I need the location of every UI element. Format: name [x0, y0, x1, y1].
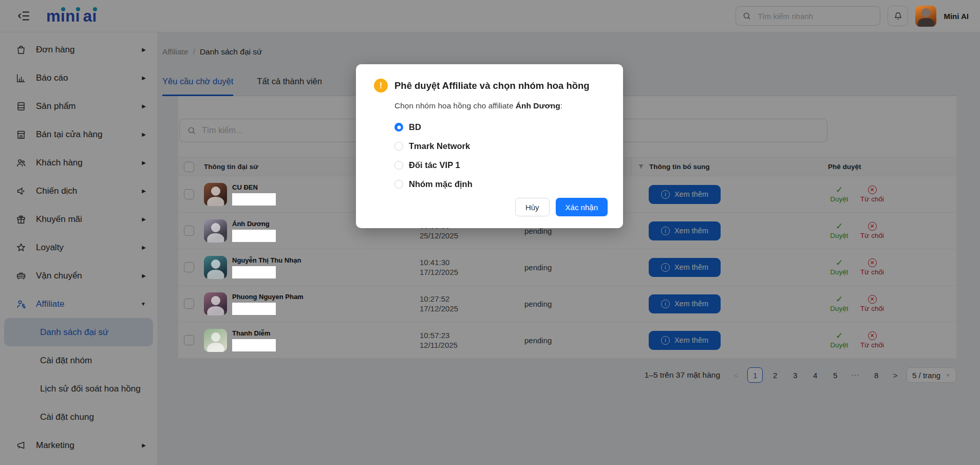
commission-group-options: BD Tmark Network Đối tác VIP 1 Nhóm mặc … — [394, 118, 608, 194]
affiliate-name: Ánh Dương — [516, 101, 560, 110]
redaction-box — [232, 266, 276, 278]
modal-subtitle: Chọn nhóm hoa hồng cho affiliate Ánh Dươ… — [394, 101, 608, 110]
radio-icon — [394, 180, 403, 189]
redaction-box — [232, 193, 276, 206]
avatar — [204, 256, 227, 279]
radio-option-bd[interactable]: BD — [394, 118, 608, 137]
radio-option-nhom-mac-dinh[interactable]: Nhóm mặc định — [394, 175, 608, 194]
radio-selected-icon — [394, 123, 403, 132]
radio-option-tmark-network[interactable]: Tmark Network — [394, 137, 608, 156]
redaction-box — [232, 339, 276, 351]
radio-icon — [394, 161, 403, 170]
avatar — [204, 292, 227, 315]
confirm-button[interactable]: Xác nhận — [556, 198, 608, 216]
avatar — [204, 219, 227, 243]
modal-title: Phê duyệt Affiliate và chọn nhóm hoa hồn… — [394, 80, 590, 91]
user-avatar[interactable] — [915, 6, 936, 27]
warning-icon: ! — [374, 79, 388, 92]
redaction-box — [232, 303, 276, 315]
avatar — [204, 183, 227, 206]
redaction-box — [232, 230, 276, 242]
radio-icon — [394, 142, 403, 151]
radio-option-doi-tac-vip-1[interactable]: Đối tác VIP 1 — [394, 156, 608, 175]
approve-affiliate-modal: ! Phê duyệt Affiliate và chọn nhóm hoa h… — [356, 64, 623, 228]
cancel-button[interactable]: Hủy — [515, 198, 550, 216]
avatar — [204, 329, 227, 352]
